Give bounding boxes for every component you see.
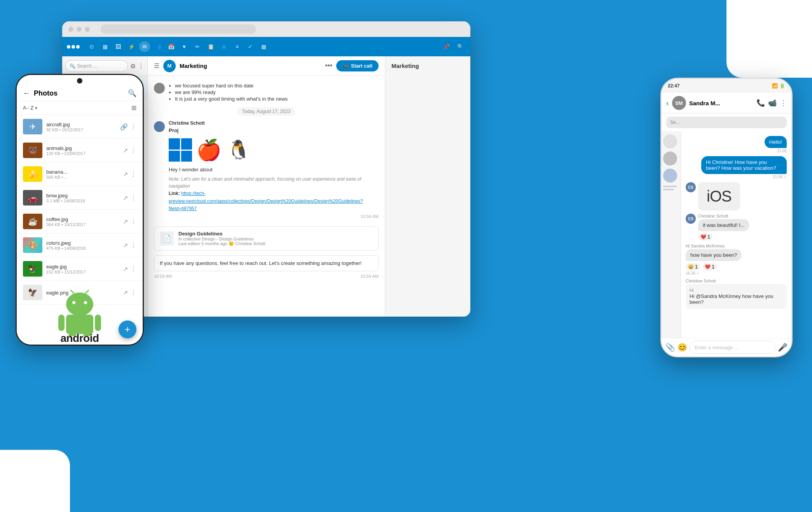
contact-avatar-ns[interactable] (662, 131, 681, 195)
sidebar-toggle-icon[interactable]: ☰ (154, 62, 159, 70)
more-icon[interactable]: ⋮ (130, 265, 136, 273)
nav-icon-starred[interactable]: ☆ (218, 41, 229, 52)
nav-icon-health[interactable]: ♥ (179, 41, 190, 52)
filter-icon[interactable]: ⚙ (130, 63, 136, 70)
file-actions-banana: ↗ ⋮ (123, 171, 136, 178)
ios-msg-sandra: Hi Sandra McKinney how have you been? 😄 … (686, 244, 742, 275)
more-icon[interactable]: ⋮ (130, 123, 136, 131)
chat-header-name: Marketing (180, 63, 321, 69)
nav-icon-contacts[interactable]: 👥 (152, 41, 163, 52)
grid-view-icon[interactable]: ⊞ (131, 104, 136, 111)
contact-avatar-item-3 (663, 169, 677, 183)
file-meta-eagle-jpg: 152 KB • 15/12/2017 (46, 270, 119, 274)
more-options-icon[interactable]: ⋮ (780, 99, 787, 107)
msg-content-bullets: we focused super hard on this date we ar… (169, 82, 379, 103)
ios-msg-christine-content: Christine Schott it was beautiful! I... … (698, 214, 749, 240)
attachment-card[interactable]: 📄 Design Guidelines In collective Design… (154, 226, 379, 251)
more-icon[interactable]: ⋮ (130, 171, 136, 178)
link-icon[interactable]: 🔗 (120, 123, 128, 131)
ios-msg-time-sandra: 16:36 ✓ (686, 271, 742, 275)
file-name-aircraft: aircraft.jpg (46, 122, 116, 127)
microphone-icon-ios[interactable]: 🎤 (778, 343, 788, 352)
ios-mini-avatar-christine-2: CS (686, 214, 696, 224)
file-actions-aircraft: 🔗 ⋮ (120, 123, 136, 131)
windows-icon (169, 138, 192, 162)
share-icon[interactable]: ↗ (123, 289, 128, 296)
os-icons-row: 🍎 🐧 (169, 138, 379, 163)
emoji-icon-ios[interactable]: 😊 (678, 343, 687, 352)
nav-icon-check[interactable]: ✓ (245, 41, 256, 52)
more-icon[interactable]: ⋮ (130, 147, 136, 154)
browser-dot-yellow (77, 27, 82, 32)
nav-icon-mail[interactable]: ✉ (139, 41, 150, 52)
chat-search-input[interactable]: 🔍 Search ... (65, 60, 128, 72)
corner-decoration-bl (0, 450, 70, 512)
msg-avatar (154, 83, 165, 94)
nav-icon-tasks[interactable]: 📋 (205, 41, 216, 52)
attachment-title: Design Guidelines (178, 231, 373, 237)
wifi-icon: 📶 (772, 83, 778, 89)
chat-messages: we focused super hard on this date we ar… (148, 76, 385, 317)
file-thumb-banana: 🍌 (23, 166, 42, 182)
chat-more-icon[interactable]: ••• (325, 62, 332, 70)
phone-call-icon[interactable]: 📞 (756, 99, 765, 107)
browser-dot-red (68, 27, 73, 32)
file-meta-animals: 120 KB • 22/09/2017 (46, 151, 119, 156)
ios-reaction-smile: 😄 1 (686, 263, 700, 270)
ios-contacts-app: ‹ SM Sandra M... 📞 📹 ⋮ Se... (662, 93, 791, 356)
msg-avatar-christine (154, 121, 165, 132)
file-name-eagle-png: eagle.png (46, 290, 119, 296)
share-icon[interactable]: ↗ (123, 265, 128, 273)
nav-icon-home[interactable]: ⊙ (86, 41, 97, 52)
ios-back-button[interactable]: ‹ (666, 99, 669, 108)
nc-navbar: ⊙ ▦ 🖼 ⚡ ✉ 👥 📅 ♥ ✏ 📋 ☆ ≡ ✓ ▦ 📌 🔍 (62, 37, 470, 56)
search-placeholder: Search ... (77, 63, 97, 69)
share-icon[interactable]: ↗ (123, 194, 128, 202)
apple-icon: 🍎 (198, 138, 220, 162)
more-icon[interactable]: ⋮ (138, 63, 144, 70)
more-icon[interactable]: ⋮ (130, 242, 136, 249)
nav-icon-grid[interactable]: ▦ (258, 41, 269, 52)
video-call-icon[interactable]: 📹 (768, 99, 777, 107)
nav-icon-photos[interactable]: 🖼 (113, 41, 124, 52)
ios-msg-bubble-hello: Hello! (765, 136, 787, 148)
share-icon[interactable]: ↗ (123, 171, 128, 178)
nav-icon-calendar[interactable]: 📅 (166, 41, 176, 52)
bullet-item: It is just a very good timing with what'… (175, 96, 379, 102)
nav-icon-pin[interactable]: 📌 (441, 41, 452, 52)
nav-icon-list[interactable]: ≡ (232, 41, 243, 52)
start-call-button[interactable]: 📹 Start call (336, 60, 379, 71)
nav-icon-files[interactable]: ▦ (100, 41, 110, 52)
nav-icon-activity[interactable]: ⚡ (126, 41, 137, 52)
ios-search-input[interactable]: Se... (666, 117, 787, 128)
contact-label-2 (663, 189, 674, 190)
share-icon[interactable]: ↗ (123, 147, 128, 154)
share-icon[interactable]: ↗ (123, 218, 128, 225)
file-name-bmw: bmw.jpeg (46, 193, 119, 199)
sort-chevron-icon[interactable]: ▾ (35, 105, 37, 111)
file-item-colors: 🎨 colors.jpeg 475 KB • 14/08/2018 ↗ ⋮ (17, 233, 143, 257)
browser-addressbar[interactable] (101, 24, 256, 34)
more-icon[interactable]: ⋮ (130, 289, 136, 296)
nav-icon-search[interactable]: 🔍 (455, 41, 466, 52)
attachment-icon-ios[interactable]: 📎 (665, 343, 675, 352)
msg-content-complex: Christine Schott Proj (169, 120, 379, 219)
ios-sandra-bubble: how have you been? (686, 249, 742, 261)
ios-sandra-sender-label: Hi Sandra McKinney (686, 244, 742, 248)
msg-subject: Proj (169, 127, 379, 212)
ios-message-input[interactable]: Enter a message ... (690, 341, 775, 354)
share-icon[interactable]: ↗ (123, 242, 128, 249)
back-icon[interactable]: ← (23, 89, 30, 98)
attachment-info: Design Guidelines In collective Design -… (178, 231, 373, 246)
nav-icon-notes[interactable]: ✏ (192, 41, 203, 52)
file-item-banana: 🍌 banana... 565 KB • ... ↗ ⋮ (17, 162, 143, 186)
more-icon[interactable]: ⋮ (130, 194, 136, 202)
status-time: 22:47 (668, 83, 680, 89)
ios-mini-avatar-christine: CS (686, 182, 696, 192)
file-name-banana: banana... (46, 169, 119, 175)
more-icon[interactable]: ⋮ (130, 218, 136, 225)
search-icon[interactable]: 🔍 (128, 89, 136, 98)
ios-messages: Hello! 21:05 Hi Christine! How have you … (681, 131, 791, 338)
msg-link-url[interactable]: https://tech-preview.nextcloud.com/apps/… (169, 191, 363, 211)
ios-christine-bubble: Hi Hi @Sandra McKinney how have you been… (686, 284, 787, 309)
